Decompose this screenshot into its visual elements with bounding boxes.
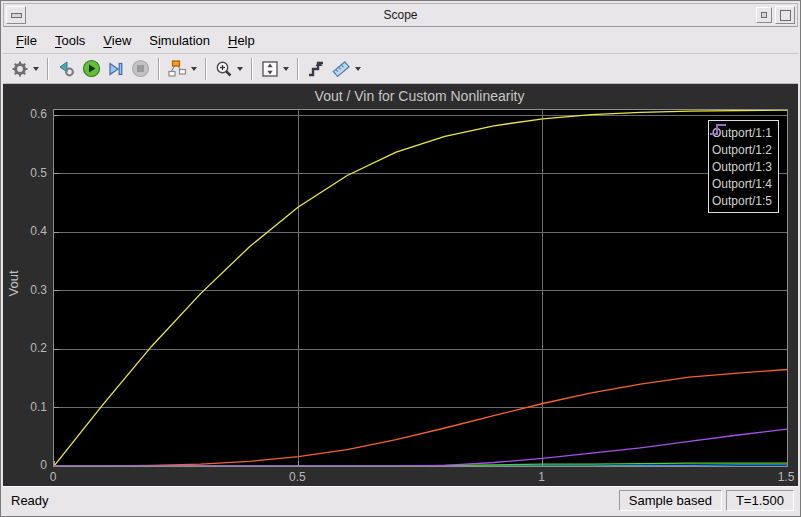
menu-help[interactable]: Help xyxy=(219,30,264,51)
legend-label: Outport/1:3 xyxy=(712,160,772,174)
run-icon xyxy=(82,59,101,78)
plot-axes[interactable]: Outport/1:1Outport/1:2Outport/1:3Outport… xyxy=(53,109,788,467)
y-tick-label: 0.4 xyxy=(3,224,47,238)
highlight-block-icon xyxy=(168,60,187,78)
menu-tools[interactable]: Tools xyxy=(46,30,94,51)
y-tick-label: 0.3 xyxy=(3,283,47,297)
x-tick-label: 0.5 xyxy=(275,470,319,484)
legend[interactable]: Outport/1:1Outport/1:2Outport/1:3Outport… xyxy=(708,120,779,213)
trace-Outport/1:5 xyxy=(54,429,787,466)
step-forward-icon xyxy=(107,60,125,78)
scope-window: Scope File Tools View Simulation Help xyxy=(0,0,801,517)
x-tick-label: 1 xyxy=(520,470,564,484)
legend-item: Outport/1:2 xyxy=(712,141,772,158)
highlight-block-dropdown-caret[interactable] xyxy=(191,67,197,71)
menu-simulation[interactable]: Simulation xyxy=(140,30,219,51)
zoom-dropdown-caret[interactable] xyxy=(237,67,243,71)
step-back-button[interactable] xyxy=(54,58,79,80)
y-tick-label: 0.2 xyxy=(3,341,47,355)
measurements-icon xyxy=(331,60,351,78)
toolbar-separator xyxy=(205,58,207,80)
y-tick-label: 0.5 xyxy=(3,166,47,180)
status-sim-time: T=1.500 xyxy=(726,490,794,511)
menu-view[interactable]: View xyxy=(94,30,140,51)
toolbar-separator xyxy=(47,58,49,80)
step-back-icon xyxy=(57,60,76,78)
run-button[interactable] xyxy=(79,57,104,80)
legend-item: Outport/1:4 xyxy=(712,175,772,192)
legend-label: Outport/1:5 xyxy=(712,194,772,208)
status-bar: Ready Sample based T=1.500 xyxy=(3,486,798,514)
legend-line-swatch xyxy=(709,121,727,137)
toolbar-separator xyxy=(158,58,160,80)
zoom-icon xyxy=(215,60,233,78)
menu-file[interactable]: File xyxy=(7,30,46,51)
x-tick-label: 1.5 xyxy=(764,470,798,484)
status-ready-text: Ready xyxy=(7,493,615,508)
y-tick-label: 0.6 xyxy=(3,107,47,121)
plot-region: Vout / Vin for Custom Nonlinearity Vout … xyxy=(3,84,798,486)
measurements-button[interactable] xyxy=(328,58,364,80)
triggers-button[interactable] xyxy=(304,58,328,80)
menu-bar: File Tools View Simulation Help xyxy=(3,27,798,54)
stop-icon xyxy=(131,59,150,78)
settings-button[interactable] xyxy=(8,58,42,80)
legend-label: Outport/1:2 xyxy=(712,143,772,157)
trace-Outport/1:1 xyxy=(54,110,787,466)
window-title: Scope xyxy=(4,8,797,22)
fit-to-view-dropdown-caret[interactable] xyxy=(283,67,289,71)
chart-canvas[interactable] xyxy=(54,110,787,466)
stop-button xyxy=(128,57,153,80)
step-forward-button[interactable] xyxy=(104,58,128,80)
settings-gear-icon xyxy=(11,60,29,78)
highlight-block-button[interactable] xyxy=(165,58,200,80)
legend-label: Outport/1:4 xyxy=(712,177,772,191)
triggers-icon xyxy=(307,60,325,78)
toolbar-separator xyxy=(297,58,299,80)
x-tick-label: 0 xyxy=(31,470,75,484)
measurements-dropdown-caret[interactable] xyxy=(355,67,361,71)
title-bar: Scope xyxy=(3,3,798,27)
status-sample-mode: Sample based xyxy=(619,490,722,511)
fit-to-view-icon xyxy=(261,60,279,78)
zoom-button[interactable] xyxy=(212,58,246,80)
fit-to-view-button[interactable] xyxy=(258,58,292,80)
plot-title: Vout / Vin for Custom Nonlinearity xyxy=(53,88,786,104)
legend-item: Outport/1:5 xyxy=(712,192,772,209)
settings-dropdown-caret[interactable] xyxy=(33,67,39,71)
toolbar xyxy=(3,54,798,84)
y-tick-label: 0.1 xyxy=(3,400,47,414)
toolbar-separator xyxy=(251,58,253,80)
trace-Outport/1:3 xyxy=(54,370,787,467)
legend-item: Outport/1:3 xyxy=(712,158,772,175)
